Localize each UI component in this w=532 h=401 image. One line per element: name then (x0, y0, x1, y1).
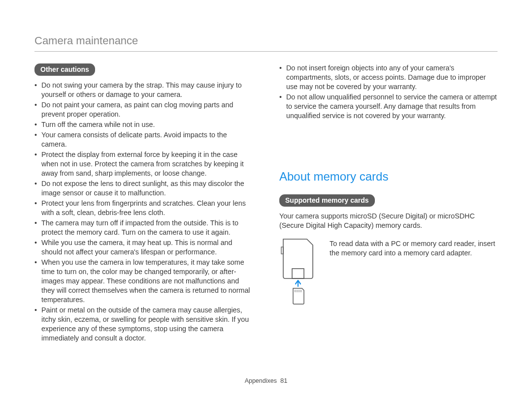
bullet-item: Do not expose the lens to direct sunligh… (34, 179, 253, 198)
bullet-item: Do not paint your camera, as paint can c… (34, 100, 253, 119)
page-footer: Appendixes 81 (0, 377, 532, 384)
bullet-item: Do not swing your camera by the strap. T… (34, 81, 253, 99)
right-column: Do not insert foreign objects into any o… (279, 63, 498, 344)
other-cautions-list: Do not swing your camera by the strap. T… (34, 81, 253, 343)
bullet-item: The camera may turn off if impacted from… (34, 218, 253, 237)
bullet-item: Your camera consists of delicate parts. … (34, 130, 253, 149)
svg-rect-0 (281, 247, 283, 254)
footer-section: Appendixes (245, 377, 277, 384)
right-top-list: Do not insert foreign objects into any o… (279, 63, 498, 121)
svg-rect-1 (292, 269, 304, 278)
two-column-layout: Other cautions Do not swing your camera … (34, 63, 498, 344)
supported-memory-cards-pill: Supported memory cards (279, 194, 375, 207)
bullet-item: When you use the camera in low temperatu… (34, 258, 253, 305)
bullet-item: Turn off the camera while not in use. (34, 120, 253, 129)
bullet-item: Protect your lens from fingerprints and … (34, 199, 253, 217)
adapter-illustration-block: To read data with a PC or memory card re… (279, 237, 498, 306)
footer-page-number: 81 (280, 377, 287, 384)
sdcard-adapter-icon (279, 237, 319, 306)
page-title: Camera maintenance (34, 34, 498, 47)
adapter-note-text: To read data with a PC or memory card re… (330, 237, 498, 258)
supported-cards-paragraph: Your camera supports microSD (Secure Dig… (279, 212, 498, 230)
about-memory-cards-heading: About memory cards (279, 170, 498, 184)
bullet-item: Do not insert foreign objects into any o… (279, 63, 498, 92)
bullet-item: Paint or metal on the outside of the cam… (34, 306, 253, 343)
bullet-item: Do not allow unqualified personnel to se… (279, 93, 498, 121)
divider (34, 51, 498, 52)
left-column: Other cautions Do not swing your camera … (34, 63, 253, 344)
bullet-item: While you use the camera, it may heat up… (34, 238, 253, 257)
other-cautions-pill: Other cautions (34, 63, 95, 76)
bullet-item: Protect the display from external force … (34, 150, 253, 178)
